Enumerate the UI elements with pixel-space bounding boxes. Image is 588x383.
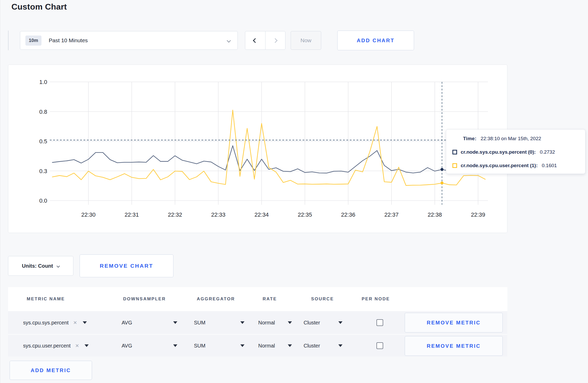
chevron-left-icon bbox=[253, 38, 257, 43]
metric-name: sys.cpu.sys.percent bbox=[23, 320, 69, 326]
svg-text:22:34: 22:34 bbox=[254, 211, 269, 218]
column-header-per-node: PER NODE bbox=[362, 296, 390, 302]
source-select[interactable]: Cluster bbox=[304, 311, 342, 334]
caret-down-icon bbox=[338, 344, 342, 347]
downsampler-value: AVG bbox=[122, 320, 132, 326]
aggregator-value: SUM bbox=[194, 320, 205, 326]
metric-row: sys.cpu.user.percent × AVG SUM Normal Cl… bbox=[8, 334, 507, 357]
caret-down-icon bbox=[173, 321, 177, 324]
clear-metric-icon[interactable]: × bbox=[73, 319, 77, 326]
rate-select[interactable]: Normal bbox=[258, 311, 292, 334]
add-metric-button[interactable]: ADD METRIC bbox=[10, 361, 92, 380]
next-time-button[interactable] bbox=[265, 31, 285, 49]
source-value: Cluster bbox=[304, 343, 320, 349]
rate-value: Normal bbox=[258, 343, 275, 349]
tooltip-series-row: cr.node.sys.cpu.user.percent (1): 0.1601 bbox=[452, 163, 579, 168]
svg-text:1.0: 1.0 bbox=[39, 79, 47, 85]
remove-metric-button[interactable]: REMOVE METRIC bbox=[405, 313, 503, 332]
per-node-checkbox[interactable] bbox=[376, 319, 383, 326]
add-chart-button[interactable]: ADD CHART bbox=[337, 31, 414, 50]
sys-series-swatch-icon bbox=[452, 150, 457, 154]
chart-tooltip: Time: 22:38:10 on Mar 15th, 2022 cr.node… bbox=[446, 129, 585, 174]
per-node-checkbox[interactable] bbox=[376, 342, 383, 349]
time-window-badge: 10m bbox=[25, 36, 41, 46]
now-button[interactable]: Now bbox=[291, 31, 321, 50]
chart-card: 1.00.80.50.30.022:3022:3122:3222:3322:34… bbox=[8, 65, 507, 233]
column-header-downsampler: DOWNSAMPLER bbox=[123, 296, 166, 302]
downsampler-value: AVG bbox=[122, 343, 132, 349]
remove-chart-button[interactable]: REMOVE CHART bbox=[80, 254, 173, 277]
caret-down-icon bbox=[288, 321, 292, 324]
rate-value: Normal bbox=[258, 320, 275, 326]
column-header-metric-name: METRIC NAME bbox=[27, 296, 65, 302]
column-header-aggregator: AGGREGATOR bbox=[197, 296, 235, 302]
column-header-rate: RATE bbox=[263, 296, 277, 302]
metric-name: sys.cpu.user.percent bbox=[23, 343, 71, 349]
svg-text:0.5: 0.5 bbox=[39, 138, 47, 145]
source-select[interactable]: Cluster bbox=[304, 335, 342, 357]
tooltip-time-value: 22:38:10 on Mar 15th, 2022 bbox=[481, 136, 541, 141]
aggregator-select[interactable]: SUM bbox=[194, 311, 244, 334]
svg-text:22:33: 22:33 bbox=[211, 211, 225, 218]
tooltip-series-row: cr.node.sys.cpu.sys.percent (0): 0.2732 bbox=[452, 149, 579, 155]
aggregator-select[interactable]: SUM bbox=[194, 335, 244, 357]
page-title: Custom Chart bbox=[11, 2, 67, 12]
source-value: Cluster bbox=[304, 320, 320, 326]
svg-text:22:37: 22:37 bbox=[384, 211, 398, 218]
tooltip-metric-label: cr.node.sys.cpu.sys.percent (0): bbox=[461, 149, 536, 155]
time-window-select[interactable]: 10m Past 10 Minutes bbox=[20, 31, 238, 50]
caret-down-icon bbox=[85, 344, 89, 347]
rate-select[interactable]: Normal bbox=[258, 335, 292, 357]
caret-down-icon bbox=[173, 344, 177, 347]
caret-down-icon bbox=[338, 321, 342, 324]
metric-name-select[interactable]: sys.cpu.user.percent × bbox=[23, 335, 106, 357]
svg-text:22:31: 22:31 bbox=[124, 211, 139, 218]
caret-down-icon bbox=[240, 344, 244, 347]
caret-down-icon bbox=[288, 344, 292, 347]
metric-name-select[interactable]: sys.cpu.sys.percent × bbox=[23, 311, 106, 334]
svg-text:22:36: 22:36 bbox=[341, 211, 355, 218]
chevron-down-icon bbox=[227, 38, 231, 42]
svg-text:0.0: 0.0 bbox=[39, 197, 47, 204]
tooltip-time-row: Time: 22:38:10 on Mar 15th, 2022 bbox=[452, 136, 579, 141]
svg-text:22:39: 22:39 bbox=[471, 211, 485, 218]
units-label: Units: Count bbox=[22, 263, 53, 269]
chevron-right-icon bbox=[273, 38, 278, 43]
chevron-down-icon bbox=[57, 264, 60, 268]
tooltip-metric-value: 0.1601 bbox=[542, 163, 557, 168]
svg-text:22:35: 22:35 bbox=[298, 211, 312, 218]
downsampler-select[interactable]: AVG bbox=[122, 335, 177, 357]
metric-row: sys.cpu.sys.percent × AVG SUM Normal Clu… bbox=[8, 311, 507, 334]
remove-metric-button[interactable]: REMOVE METRIC bbox=[405, 336, 503, 356]
svg-text:0.8: 0.8 bbox=[39, 109, 47, 115]
toolbar-divider bbox=[8, 31, 9, 50]
aggregator-value: SUM bbox=[194, 343, 205, 349]
downsampler-select[interactable]: AVG bbox=[122, 311, 177, 334]
svg-text:22:30: 22:30 bbox=[81, 211, 95, 218]
user-series-swatch-icon bbox=[452, 163, 457, 168]
svg-text:22:32: 22:32 bbox=[168, 211, 182, 218]
tooltip-metric-value: 0.2732 bbox=[540, 149, 555, 155]
tooltip-time-label: Time: bbox=[463, 136, 477, 141]
tooltip-metric-label: cr.node.sys.cpu.user.percent (1): bbox=[461, 163, 538, 168]
time-pager bbox=[245, 31, 285, 50]
caret-down-icon bbox=[240, 321, 244, 324]
column-header-source: SOURCE bbox=[311, 296, 334, 302]
time-window-label: Past 10 Minutes bbox=[49, 37, 227, 44]
units-select[interactable]: Units: Count bbox=[8, 256, 73, 276]
caret-down-icon bbox=[83, 321, 87, 324]
svg-text:22:38: 22:38 bbox=[428, 211, 442, 218]
metrics-table-header: METRIC NAME DOWNSAMPLER AGGREGATOR RATE … bbox=[8, 287, 507, 311]
clear-metric-icon[interactable]: × bbox=[75, 342, 79, 349]
prev-time-button[interactable] bbox=[245, 31, 265, 49]
timeseries-chart[interactable]: 1.00.80.50.30.022:3022:3122:3222:3322:34… bbox=[8, 65, 508, 233]
svg-text:0.3: 0.3 bbox=[39, 168, 47, 174]
